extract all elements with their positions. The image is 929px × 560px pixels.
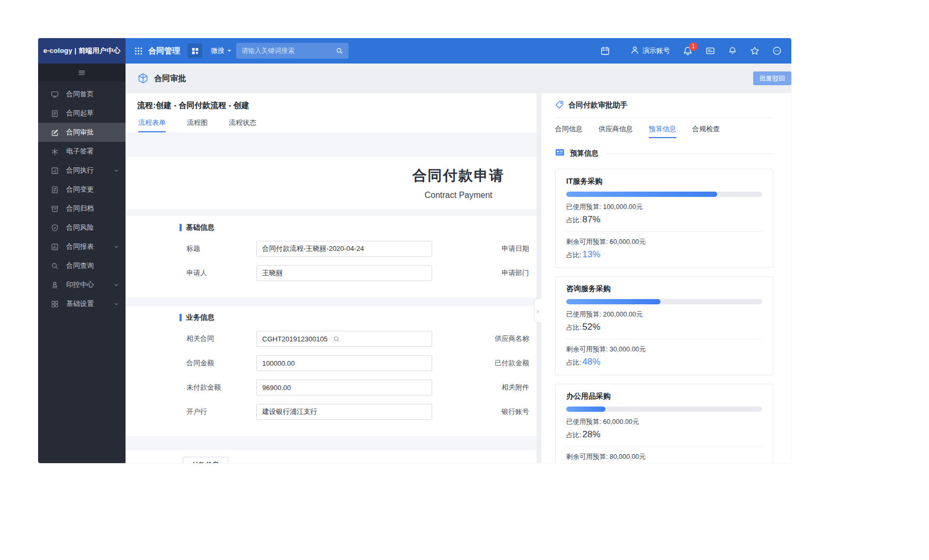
assistant-section-title: 预算信息 xyxy=(570,149,599,158)
module-cube-icon xyxy=(137,73,149,84)
sidebar-item-label: 合同审批 xyxy=(66,128,94,137)
assistant-tab-1[interactable]: 供应商信息 xyxy=(599,119,633,139)
sidebar-menu: 合同首页合同起草合同审批电子签署合同执行合同变更合同归档合同风险合同报表合同查询… xyxy=(38,82,126,313)
budget-remaining: 剩余可用预算: 60,000.00元 xyxy=(566,238,762,246)
field-label: 开户行 xyxy=(186,407,256,417)
card-icon[interactable] xyxy=(705,46,715,56)
approve-icon xyxy=(51,129,59,137)
sidebar-collapse-button[interactable] xyxy=(38,64,126,82)
field-label: 相关附件 xyxy=(432,383,529,392)
sidebar-item-8[interactable]: 合同报表 xyxy=(38,237,126,256)
calendar-icon[interactable] xyxy=(600,46,610,56)
assistant-tab-0[interactable]: 合同信息 xyxy=(555,119,583,139)
search-icon[interactable] xyxy=(336,47,343,55)
page-title: 合同审批 xyxy=(154,74,186,84)
assistant-tabs: 合同信息供应商信息预算信息合规检查 xyxy=(555,118,773,140)
assistant-tab-3[interactable]: 合规检查 xyxy=(692,119,720,139)
budget-name: 咨询服务采购 xyxy=(566,284,762,293)
field-input-title[interactable]: 合同付款流程-王晓丽-2020-04-24 xyxy=(256,241,432,257)
budget-used-ratio: 52% xyxy=(582,322,600,332)
workspace-icon[interactable] xyxy=(187,43,202,58)
field-label: 相关合同 xyxy=(186,334,256,344)
budget-remaining: 剩余可用预算: 30,000.00元 xyxy=(566,346,762,354)
sidebar-item-5[interactable]: 合同变更 xyxy=(38,180,126,199)
workflow-tab-2[interactable]: 流程状态 xyxy=(229,118,256,132)
settings-icon xyxy=(51,300,59,308)
field-input-unpaid-amount[interactable]: 96900.00 xyxy=(256,380,432,395)
field-input-applicant[interactable]: 王晓丽 xyxy=(256,265,432,281)
field-label: 申请部门 xyxy=(432,268,529,278)
ring-icon[interactable] xyxy=(728,46,737,56)
sidebar-item-6[interactable]: 合同归档 xyxy=(38,199,126,218)
assistant-panel: 合同付款审批助手 合同信息供应商信息预算信息合规检查 预算信息 IT服务采购已使… xyxy=(537,93,791,463)
topbar: e-cology | 前端用户中心 合同管理 微搜 请输入关键词搜索 xyxy=(38,38,791,64)
page-header: 合同审批 批量驳回 xyxy=(126,64,791,93)
execute-icon xyxy=(51,167,59,175)
user-account[interactable]: 演示账号 xyxy=(630,46,670,56)
sidebar-item-9[interactable]: 合同查询 xyxy=(38,256,126,275)
sidebar-item-10[interactable]: 印控中心 xyxy=(38,275,126,294)
seal-icon xyxy=(51,281,59,289)
budget-name: IT服务采购 xyxy=(566,177,762,186)
sidebar-item-4[interactable]: 合同执行 xyxy=(38,161,126,180)
content: 流程:创建 - 合同付款流程 - 创建 流程表单流程图流程状态 合同付款申请 C… xyxy=(126,93,791,463)
budget-used-ratio: 87% xyxy=(582,214,600,225)
chevron-down-icon xyxy=(113,282,119,288)
sidebar-item-7[interactable]: 合同风险 xyxy=(38,218,126,237)
budget-card-2: 办公用品采购已使用预算: 60,000.00元占比: 28%剩余可用预算: 80… xyxy=(555,384,773,463)
field-label: 未付款金额 xyxy=(186,383,256,392)
budget-card-icon xyxy=(555,148,565,159)
workflow-tab-1[interactable]: 流程图 xyxy=(187,118,208,132)
sidebar-item-label: 印控中心 xyxy=(66,280,94,290)
sidebar-item-label: 合同首页 xyxy=(66,89,94,99)
field-label: 银行账号 xyxy=(432,407,529,417)
budget-card-1: 咨询服务采购已使用预算: 200,000.00元占比: 52%剩余可用预算: 3… xyxy=(555,276,773,375)
archive-icon xyxy=(51,205,59,213)
search-placeholder: 请输入关键词搜索 xyxy=(242,47,336,56)
sidebar-item-label: 基础设置 xyxy=(66,299,94,309)
assistant-tab-2[interactable]: 预算信息 xyxy=(649,119,676,139)
field-label: 申请人 xyxy=(186,268,256,278)
apps-grid-icon[interactable] xyxy=(134,47,143,56)
sidebar-item-3[interactable]: 电子签署 xyxy=(38,142,126,161)
app-window: e-cology | 前端用户中心 合同管理 微搜 请输入关键词搜索 xyxy=(38,38,791,463)
field-input-contract-amount[interactable]: 100000.00 xyxy=(256,355,432,371)
user-icon xyxy=(630,46,639,56)
sidebar-item-1[interactable]: 合同起草 xyxy=(38,104,126,123)
field-input-related-contract[interactable]: CGHT201912300105 xyxy=(256,331,432,347)
budget-used-ratio: 28% xyxy=(582,429,600,440)
field-input-bank-branch[interactable]: 建设银行浦江支行 xyxy=(256,404,432,420)
budget-progress-bar xyxy=(566,192,762,197)
search-engine-select[interactable]: 微搜 xyxy=(211,46,232,56)
sidebar-item-11[interactable]: 基础设置 xyxy=(38,294,126,313)
sidebar-item-0[interactable]: 合同首页 xyxy=(38,85,126,104)
global-search-input[interactable]: 请输入关键词搜索 xyxy=(236,43,349,59)
notification-badge: 1 xyxy=(689,42,698,51)
budget-remaining: 剩余可用预算: 80,000.00元 xyxy=(566,453,762,461)
budget-name: 办公用品采购 xyxy=(566,392,762,401)
chevron-down-icon xyxy=(113,244,119,250)
section-divider xyxy=(606,153,773,154)
sidebar-item-2[interactable]: 合同审批 xyxy=(38,123,126,142)
budget-used: 已使用预算: 200,000.00元 xyxy=(566,311,762,319)
desktop: e-cology | 前端用户中心 合同管理 微搜 请输入关键词搜索 xyxy=(0,0,929,560)
field-label: 申请日期 xyxy=(432,244,529,254)
sidebar-item-label: 合同报表 xyxy=(66,242,94,251)
assistant-title: 合同付款审批助手 xyxy=(568,101,628,110)
workflow-tab-0[interactable]: 流程表单 xyxy=(138,118,166,132)
star-icon[interactable] xyxy=(750,46,760,56)
chevron-down-icon xyxy=(113,168,119,174)
more-circle-icon[interactable] xyxy=(772,46,782,56)
change-icon xyxy=(51,186,59,194)
search-icon[interactable] xyxy=(333,336,340,342)
budget-used: 已使用预算: 100,000.00元 xyxy=(566,203,762,211)
notification-bell-icon[interactable]: 1 xyxy=(683,46,693,56)
batch-reject-button[interactable]: 批量驳回 xyxy=(753,71,791,85)
collapse-assistant-handle[interactable]: › xyxy=(534,299,541,323)
esign-icon xyxy=(51,148,59,156)
tab-payment-info[interactable]: 付款信息 xyxy=(183,457,228,463)
search-icon xyxy=(51,262,59,270)
sidebar-item-label: 电子签署 xyxy=(66,147,94,156)
document-subtitle: Contract Payment xyxy=(424,191,492,200)
main-area: 合同审批 批量驳回 流程:创建 - 合同付款流程 - 创建 流程表单流程图流程状… xyxy=(126,64,791,463)
